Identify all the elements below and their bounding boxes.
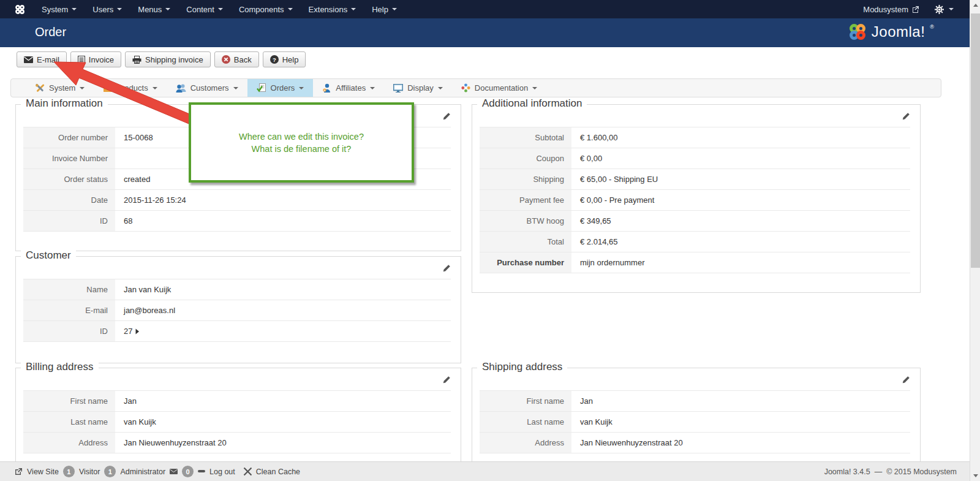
nav-item-display[interactable]: Display <box>384 79 452 97</box>
menu-system[interactable]: System <box>34 0 85 18</box>
table-row: Last namevan Kuijk <box>480 412 910 433</box>
row-value: € 0,00 - Pre payment <box>571 190 910 210</box>
edit-pencil-icon[interactable] <box>442 376 451 384</box>
row-label: Payment fee <box>480 190 571 210</box>
nav-item-documentation[interactable]: Documentation <box>452 79 546 97</box>
messages-envelope-icon[interactable] <box>170 469 178 474</box>
edit-pencil-icon[interactable] <box>442 112 451 121</box>
documentation-icon <box>461 83 470 93</box>
row-label: E-mail <box>23 300 115 320</box>
row-label: First name <box>480 391 571 411</box>
nav-item-orders[interactable]: Orders <box>247 79 314 97</box>
row-value: 2015-11-26 15:24 <box>115 190 451 210</box>
vertical-scrollbar[interactable] <box>970 0 980 481</box>
shipping-address-table: First nameJan Last namevan Kuijk Address… <box>480 390 910 453</box>
shipping-invoice-button[interactable]: Shipping invoice <box>125 51 211 67</box>
component-nav: System Products Customers Orders a Affil… <box>10 78 941 97</box>
row-label: Last name <box>480 412 571 432</box>
table-row: Date2015-11-26 15:24 <box>23 190 451 211</box>
page-title: Order <box>35 25 66 39</box>
row-label: ID <box>23 321 115 341</box>
nav-item-customers[interactable]: Customers <box>167 79 247 97</box>
email-button[interactable]: E-mail <box>17 51 67 67</box>
joomla-version-label: Joomla! 3.4.5 <box>824 468 870 476</box>
edit-pencil-icon[interactable] <box>902 112 910 121</box>
menu-extensions-label: Extensions <box>309 5 348 14</box>
nav-item-affiliates[interactable]: a Affiliates <box>313 79 384 97</box>
help-button-label: Help <box>282 55 299 64</box>
chevron-down-icon <box>392 8 397 10</box>
joomla-mark-icon <box>15 4 25 15</box>
chevron-down-icon <box>288 8 293 10</box>
table-row: BTW hoog€ 349,65 <box>480 211 910 232</box>
row-label: Subtotal <box>480 127 571 148</box>
view-site-link[interactable]: View Site <box>27 468 59 476</box>
row-value: Jan Nieuwenhuyzenstraat 20 <box>571 433 910 453</box>
row-label: Order status <box>23 169 115 189</box>
back-cancel-icon <box>222 55 230 64</box>
nav-display-label: Display <box>407 83 434 93</box>
table-row: Purchase numbermijn ordernummer <box>480 252 910 273</box>
logout-link[interactable]: Log out <box>209 468 235 476</box>
admin-top-bar: System Users Menus Content Components Ex… <box>0 0 980 18</box>
row-label: Coupon <box>480 148 571 169</box>
table-row: Subtotal€ 1.600,00 <box>480 127 910 148</box>
menu-extensions[interactable]: Extensions <box>301 0 364 18</box>
menu-help[interactable]: Help <box>364 0 405 18</box>
menu-users[interactable]: Users <box>85 0 130 18</box>
billing-address-table: First nameJan Last namevan Kuijk Address… <box>23 390 451 453</box>
gear-icon <box>935 5 944 14</box>
row-value: mijn ordernummer <box>571 252 910 273</box>
nav-item-products[interactable]: Products <box>94 79 166 97</box>
scroll-up-arrow[interactable] <box>970 0 980 10</box>
row-label: ID <box>23 211 115 231</box>
view-site-link[interactable]: Modusystem <box>862 0 921 18</box>
menu-components[interactable]: Components <box>231 0 301 18</box>
chevron-down-icon <box>233 87 238 89</box>
joomla-logo: Joomla! ® <box>848 23 934 41</box>
help-button[interactable]: ? Help <box>263 51 306 67</box>
edit-pencil-icon[interactable] <box>442 264 451 273</box>
customer-panel: Customer NameJan van Kuijk E-mailjan@bor… <box>15 256 461 363</box>
menu-menus[interactable]: Menus <box>130 0 178 18</box>
visitor-count-badge: 1 <box>63 466 75 477</box>
display-monitor-icon <box>393 84 403 93</box>
help-icon: ? <box>270 55 279 64</box>
menu-menus-label: Menus <box>138 5 162 14</box>
clean-cache-link[interactable]: Clean Cache <box>256 468 300 476</box>
chevron-down-icon <box>218 8 223 10</box>
toolbar: E-mail Invoice Shipping invoice Back ? H… <box>17 51 306 67</box>
row-label: Shipping <box>480 169 571 189</box>
chevron-down-icon <box>370 87 375 89</box>
scrollbar-thumb[interactable] <box>971 13 980 268</box>
shipping-invoice-button-label: Shipping invoice <box>145 55 203 64</box>
row-label: Total <box>480 232 571 252</box>
table-row: NameJan van Kuijk <box>23 279 451 300</box>
table-row: Total€ 2.014,65 <box>480 232 910 252</box>
panel-legend: Billing address <box>21 361 99 373</box>
chevron-down-icon <box>80 87 85 89</box>
row-value: 27 <box>115 321 451 341</box>
nav-item-system[interactable]: System <box>26 79 94 97</box>
goto-customer-chevron-icon[interactable] <box>135 328 140 335</box>
affiliate-person-icon: a <box>322 83 331 93</box>
status-bar: View Site 1 Visitor 1 Administrator 0 Lo… <box>0 461 980 481</box>
invoice-button[interactable]: Invoice <box>70 51 121 67</box>
user-settings-menu[interactable] <box>927 0 962 18</box>
page-header: Order Joomla! ® <box>0 18 980 47</box>
row-value: Jan Nieuwenhuyzenstraat 20 <box>115 433 451 453</box>
row-value: Jan <box>115 391 451 411</box>
nav-orders-label: Orders <box>271 83 295 93</box>
row-label: Date <box>23 190 115 210</box>
panel-legend: Customer <box>21 249 76 262</box>
scroll-down-arrow[interactable] <box>970 471 980 481</box>
menu-content[interactable]: Content <box>178 0 231 18</box>
logout-icon <box>198 470 205 473</box>
back-button[interactable]: Back <box>214 51 259 67</box>
nav-products-label: Products <box>116 83 148 93</box>
row-value: Jan van Kuijk <box>115 279 451 300</box>
edit-pencil-icon[interactable] <box>902 376 910 384</box>
table-row: Shipping€ 65,00 - Shipping EU <box>480 169 910 190</box>
panel-legend: Additional information <box>477 97 587 110</box>
table-row: Last namevan Kuijk <box>23 412 451 433</box>
